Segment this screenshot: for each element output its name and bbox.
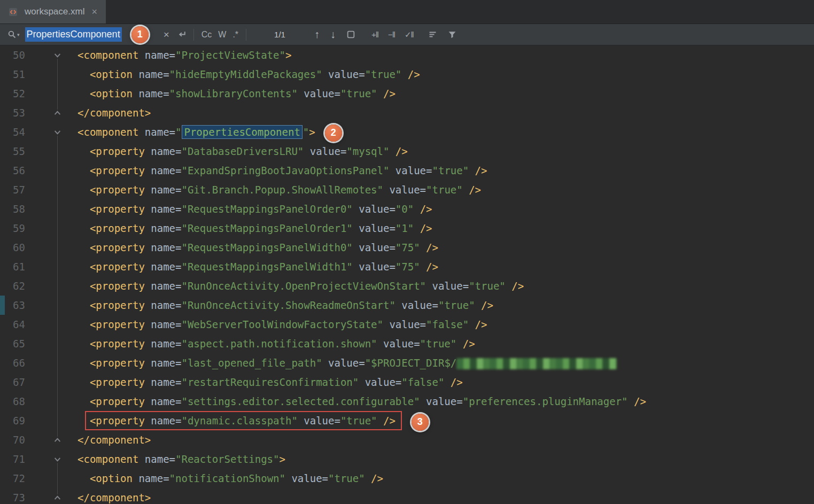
line-number[interactable]: 70 <box>0 430 25 449</box>
line-number[interactable]: 52 <box>0 84 25 103</box>
line-number[interactable]: 50 <box>0 45 25 65</box>
code-segment: value= <box>359 376 401 388</box>
add-occurrence-icon[interactable]: +‖ <box>371 30 378 39</box>
line-number[interactable]: 51 <box>0 65 25 84</box>
line-number[interactable]: 60 <box>0 238 25 257</box>
code-segment: /> <box>377 88 396 99</box>
open-in-find-window-icon[interactable] <box>346 30 355 39</box>
code-segment: /> <box>469 165 487 176</box>
code-line[interactable]: 53</component> <box>0 103 814 122</box>
code-segment: </component> <box>77 434 151 446</box>
code-line[interactable]: 68 <property name="settings.editor.selec… <box>0 392 814 411</box>
fold-end-icon[interactable] <box>25 488 65 504</box>
code-text: <option name="showLibraryContents" value… <box>65 84 396 103</box>
code-line[interactable]: 64 <property name="WebServerToolWindowFa… <box>0 315 814 334</box>
line-number[interactable]: 66 <box>0 353 25 373</box>
line-number[interactable]: 65 <box>0 334 25 353</box>
clear-search-icon[interactable]: × <box>160 29 173 41</box>
code-segment: "RunOnceActivity.OpenProjectViewOnStart" <box>181 280 426 292</box>
code-line[interactable]: 55 <property name="DatabaseDriversLRU" v… <box>0 142 814 161</box>
line-number[interactable]: 68 <box>0 392 25 411</box>
newline-icon[interactable] <box>177 29 187 40</box>
line-number[interactable]: 67 <box>0 373 25 392</box>
code-line[interactable]: 58 <property name="RequestMappingsPanelO… <box>0 199 814 219</box>
line-number[interactable]: 62 <box>0 276 25 296</box>
line-number[interactable]: 55 <box>0 142 25 161</box>
code-line[interactable]: 73</component> <box>0 488 814 504</box>
search-match-highlight: PropertiesComponent <box>182 125 302 139</box>
line-number[interactable]: 61 <box>0 257 25 276</box>
line-number[interactable]: 71 <box>0 449 25 469</box>
code-segment: name= <box>133 472 169 484</box>
code-line[interactable]: 56 <property name="ExpandSpringBootJavaO… <box>0 161 814 180</box>
fold-collapse-icon[interactable] <box>25 122 65 142</box>
fold-collapse-icon[interactable] <box>25 449 65 469</box>
words-toggle[interactable]: W <box>215 30 229 40</box>
search-icon[interactable]: ▾ <box>7 30 20 39</box>
regex-toggle[interactable]: .* <box>229 30 242 40</box>
select-all-occurrences-icon[interactable]: ✓‖ <box>405 30 414 40</box>
code-line[interactable]: 71<component name="ReactorSettings"> <box>0 449 814 469</box>
code-line[interactable]: 67 <property name="restartRequiresConfir… <box>0 373 814 392</box>
code-line[interactable]: 57 <property name="Git.Branch.Popup.Show… <box>0 180 814 199</box>
code-segment: /> <box>506 280 524 292</box>
code-segment <box>77 472 90 484</box>
line-number[interactable]: 72 <box>0 469 25 488</box>
code-segment <box>77 68 90 80</box>
code-line[interactable]: 70</component> <box>0 430 814 449</box>
code-segment: </component> <box>77 107 151 119</box>
code-line[interactable]: 60 <property name="RequestMappingsPanelW… <box>0 238 814 257</box>
code-segment <box>77 338 90 350</box>
code-segment: <component <box>77 126 138 138</box>
line-number[interactable]: 64 <box>0 315 25 334</box>
fold-collapse-icon[interactable] <box>25 45 65 65</box>
code-segment: > <box>285 49 291 61</box>
line-number[interactable]: 57 <box>0 180 25 199</box>
xml-file-icon <box>9 7 18 17</box>
code-text: <property name="restartRequiresConfirmat… <box>65 373 463 392</box>
code-line[interactable]: 66 <property name="last_opened_file_path… <box>0 353 814 373</box>
filter-icon[interactable] <box>448 30 456 39</box>
code-segment: " <box>303 126 309 138</box>
code-line[interactable]: 69 <property name="dynamic.classpath" va… <box>0 411 814 430</box>
line-number[interactable]: 73 <box>0 488 25 504</box>
fold-end-icon[interactable] <box>25 103 65 122</box>
line-number[interactable]: 69 <box>0 411 25 430</box>
code-line[interactable]: 52 <option name="showLibraryContents" va… <box>0 84 814 103</box>
line-number[interactable]: 54 <box>0 122 25 142</box>
sort-lines-icon[interactable] <box>429 30 438 39</box>
code-segment: <property <box>90 415 145 427</box>
code-line[interactable]: 62 <property name="RunOnceActivity.OpenP… <box>0 276 814 296</box>
code-line[interactable]: 65 <property name="aspect.path.notificat… <box>0 334 814 353</box>
code-line[interactable]: 61 <property name="RequestMappingsPanelW… <box>0 257 814 276</box>
prev-occurrence-icon[interactable]: ↑ <box>312 28 322 41</box>
code-segment: <component <box>77 49 138 61</box>
code-line[interactable]: 54<component name="PropertiesComponent">… <box>0 122 814 142</box>
code-segment: "preferences.pluginManager" <box>463 396 628 407</box>
search-input[interactable]: PropertiesComponent <box>25 27 122 42</box>
code-segment: <property <box>90 299 145 311</box>
code-segment: name= <box>145 396 182 407</box>
code-line[interactable]: 50<component name="ProjectViewState"> <box>0 45 814 65</box>
match-case-toggle[interactable]: Cc <box>198 30 215 40</box>
editor[interactable]: 50<component name="ProjectViewState">51 … <box>0 45 814 504</box>
line-number[interactable]: 58 <box>0 199 25 219</box>
line-number[interactable]: 53 <box>0 103 25 122</box>
code-line[interactable]: 51 <option name="hideEmptyMiddlePackages… <box>0 65 814 84</box>
code-line[interactable]: 63 <property name="RunOnceActivity.ShowR… <box>0 296 814 315</box>
code-segment: <property <box>90 319 145 330</box>
code-segment: "true" <box>340 415 377 427</box>
remove-occurrence-icon[interactable]: −‖ <box>388 30 395 39</box>
code-segment: value= <box>377 338 420 350</box>
code-segment: <property <box>90 242 145 253</box>
fold-end-icon[interactable] <box>25 430 65 449</box>
next-occurrence-icon[interactable]: ↓ <box>328 28 338 41</box>
tab-workspace-xml[interactable]: workspace.xml × <box>0 0 106 24</box>
code-segment: "true" <box>340 88 377 99</box>
line-number[interactable]: 59 <box>0 219 25 238</box>
tab-close-icon[interactable]: × <box>91 7 97 17</box>
annotation-badge: 2 <box>325 125 342 142</box>
code-line[interactable]: 59 <property name="RequestMappingsPanelO… <box>0 219 814 238</box>
line-number[interactable]: 56 <box>0 161 25 180</box>
code-line[interactable]: 72 <option name="notificationShown" valu… <box>0 469 814 488</box>
